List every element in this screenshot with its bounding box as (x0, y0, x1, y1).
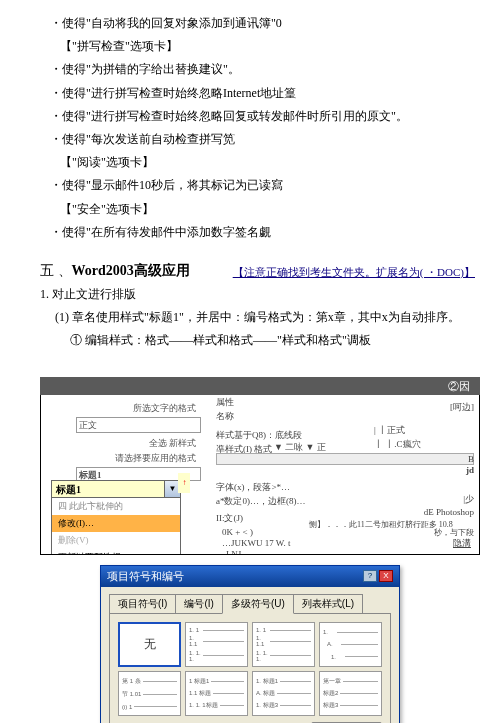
bullets-numbering-dialog: 项目符号和编号 ? X 项目符号(I) 编号(I) 多级符号(U) 列表样式(L… (100, 565, 400, 723)
bullet-group: 【"阅读"选项卡】 (40, 153, 480, 172)
bullet-item: ・使得"每次发送前自动检查拼写笕 (40, 130, 480, 149)
section-note: 【注意正确找到考生文件夹。扩展名为( ・DOC)】 (233, 265, 475, 280)
section-title: 五 、Word2003高级应用 (40, 262, 190, 280)
tab-multilevel[interactable]: 多级符号(U) (222, 594, 294, 614)
preset-cell[interactable]: 1. 1 1. 1.1 1. 1. 1. (185, 622, 248, 667)
tab-numbering[interactable]: 编号(I) (175, 594, 222, 614)
text-fragment: | 丨正式 (374, 424, 474, 437)
text-fragment: dE Photoshop (374, 507, 474, 517)
close-icon[interactable]: X (379, 570, 393, 582)
preset-none[interactable]: 无 (118, 622, 181, 667)
tab-strip: 项目符号(I) 编号(I) 多级符号(U) 列表样式(L) (109, 594, 391, 614)
style-preview: 正文 (76, 417, 201, 433)
text-fragment: I.NJ (216, 549, 376, 555)
text-fragment: |少 (374, 493, 474, 506)
text-fragment: 丨 丨.C瘋穴 (374, 438, 474, 451)
text-fragment: B (374, 454, 474, 464)
bullet-item: ・使得"进行拼写检查时始终忽略回复或转发邮件时所引用的原文"。 (40, 107, 480, 126)
tab-bullets[interactable]: 项目符号(I) (109, 594, 176, 614)
text-fragment: [呵边] (374, 401, 474, 414)
label: 请选择要应用的格式 (51, 452, 201, 465)
preset-cell[interactable]: 1. A. 1. (319, 622, 382, 667)
dropdown-menu: 四 此此卞枇伸的 修改(I)… 删除(V) 更新以匹配选择(U) (51, 498, 181, 555)
tab-liststyle[interactable]: 列表样式(L) (293, 594, 363, 614)
preset-cell[interactable]: 1. 标题1 A. 标题 1. 标题3 (252, 671, 315, 716)
preset-cell[interactable]: 第 1 条 节 1.01 (i) 1 (118, 671, 181, 716)
menu-item-delete[interactable]: 删除(V) (52, 532, 180, 549)
preset-cell[interactable]: 第一章 标题2 标题3 (319, 671, 382, 716)
text-fragment: ▼ 二咏 ▼ 正 (274, 441, 364, 454)
help-icon[interactable]: ? X (363, 570, 393, 582)
menu-item[interactable]: 四 此此卞枇伸的 (52, 498, 180, 515)
step-1-1-1: ① 编辑样式：格式——样式和格式——"样式和格式"调板 (40, 332, 480, 349)
bullet-item: ・使得"自动将我的回复对象添加到通讯簿"0 (40, 14, 480, 33)
hide-link[interactable]: 隐溝 (453, 537, 471, 550)
section-number: 五 、 (40, 263, 72, 278)
bullet-group: 【"安全"选项卡】 (40, 200, 480, 219)
label: 所选文字的格式 (51, 402, 201, 415)
text-fragment: jd (374, 465, 474, 475)
dropdown-value: 标题1 (52, 481, 164, 497)
label: 名称 (216, 410, 376, 423)
bullet-item: ・使得"在所有待发邮件中添加数字签名覷 (40, 223, 480, 242)
screenshot-body: 所选文字的格式 正文 全选 新样式 请选择要应用的格式 标題1 标题1 ▼↑ 四… (40, 395, 480, 555)
screenshot-header: ②因 (40, 377, 480, 395)
bullet-group: 【"拼写检查"选项卡】 (40, 37, 480, 56)
label: 属性 (216, 396, 376, 409)
style-dropdown[interactable]: 标题1 ▼↑ (51, 480, 181, 498)
dialog-title: 项目符号和编号 (107, 569, 184, 584)
section-name: Word2003高级应用 (72, 263, 190, 278)
text-fragment: a*数定0)…，边框(8)… (216, 495, 376, 508)
menu-item-modify[interactable]: 修改(I)… (52, 515, 180, 532)
bullet-item: ・使得"显示邮件10秒后，将其标记为已读寫 (40, 176, 480, 195)
bullet-item: ・使得"进行拼写检查时始终忽略Internet地址篁 (40, 84, 480, 103)
step-1: 1. 对止文进行排版 (40, 286, 480, 303)
step-1-1: (1) 章名使用样式"标题1"，并居中：编号格式为：第x章，其中x为自动排序。 (40, 309, 480, 326)
text-fragment: …JUKWU 17 W. t (216, 538, 376, 548)
preset-cell[interactable]: 1. 1 1. 1.1 1. 1. 1. (252, 622, 315, 667)
dropdown-button[interactable]: ▼↑ (164, 481, 180, 497)
menu-item-update[interactable]: 更新以匹配选择(U) (52, 549, 180, 555)
bullet-item: ・使得"为拼错的字给出替换建议"。 (40, 60, 480, 79)
preset-cell[interactable]: 1 标题1 1.1 标题 1. 1. 1标题 (185, 671, 248, 716)
label: 全选 新样式 (51, 437, 201, 450)
text-fragment: 字体(x)，段落>*… (216, 481, 376, 494)
text-fragment: 恻】．．．此11二号加租灯脐行距多 10.8 (309, 519, 469, 530)
